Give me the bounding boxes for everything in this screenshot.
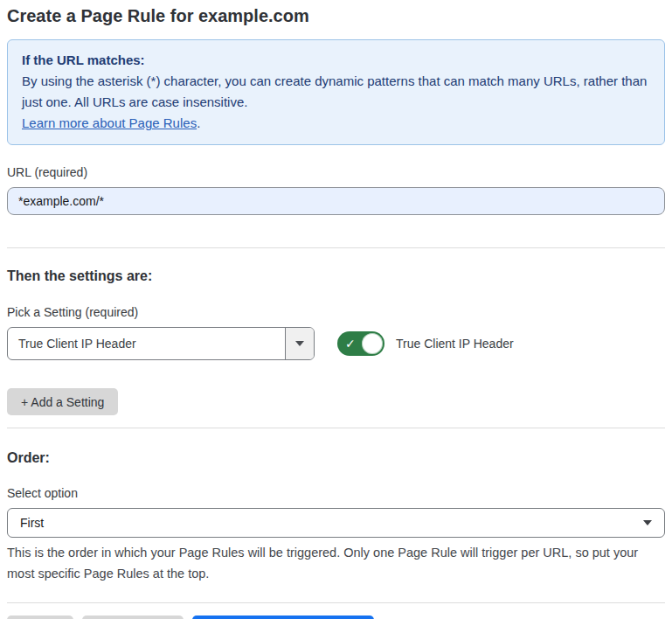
setting-select-caret-button[interactable] bbox=[285, 328, 314, 359]
setting-row: True Client IP Header ✓ True Client IP H… bbox=[7, 327, 665, 360]
order-help-text: This is the order in which your Page Rul… bbox=[7, 542, 658, 584]
check-icon: ✓ bbox=[345, 337, 356, 350]
link-suffix: . bbox=[197, 115, 200, 130]
url-input[interactable] bbox=[7, 187, 665, 215]
order-select-value: First bbox=[20, 516, 44, 530]
setting-select[interactable]: True Client IP Header bbox=[7, 327, 315, 360]
url-match-info-box: If the URL matches: By using the asteris… bbox=[7, 39, 665, 145]
footer-actions: Cancel Save as Draft Save and Deploy Pag… bbox=[7, 616, 665, 619]
order-select[interactable]: First bbox=[7, 508, 665, 538]
toggle-wrap: ✓ True Client IP Header bbox=[337, 331, 514, 356]
url-field-label: URL (required) bbox=[7, 165, 665, 180]
save-and-deploy-button[interactable]: Save and Deploy Page Rule bbox=[192, 616, 374, 619]
order-section-heading: Order: bbox=[7, 449, 665, 466]
save-as-draft-button[interactable]: Save as Draft bbox=[82, 616, 184, 619]
true-client-ip-toggle[interactable]: ✓ bbox=[337, 331, 384, 356]
chevron-down-icon bbox=[643, 520, 652, 525]
toggle-knob bbox=[362, 333, 383, 354]
order-select-label: Select option bbox=[7, 486, 665, 501]
chevron-down-icon bbox=[295, 341, 304, 346]
toggle-label: True Client IP Header bbox=[396, 337, 514, 351]
add-setting-button[interactable]: + Add a Setting bbox=[7, 388, 118, 415]
pick-setting-label: Pick a Setting (required) bbox=[7, 305, 665, 320]
cancel-button[interactable]: Cancel bbox=[7, 616, 73, 619]
info-box-link-line: Learn more about Page Rules. bbox=[22, 113, 650, 134]
learn-more-link[interactable]: Learn more about Page Rules bbox=[22, 115, 197, 130]
settings-section-heading: Then the settings are: bbox=[7, 268, 665, 284]
info-box-body-text: By using the asterisk (*) character, you… bbox=[22, 73, 647, 109]
info-box-heading: If the URL matches: bbox=[22, 50, 650, 71]
info-box-body: By using the asterisk (*) character, you… bbox=[22, 71, 650, 113]
page-title: Create a Page Rule for example.com bbox=[7, 5, 665, 26]
divider bbox=[7, 428, 665, 428]
divider bbox=[7, 247, 665, 248]
setting-select-value: True Client IP Header bbox=[8, 328, 285, 359]
divider bbox=[7, 602, 665, 603]
